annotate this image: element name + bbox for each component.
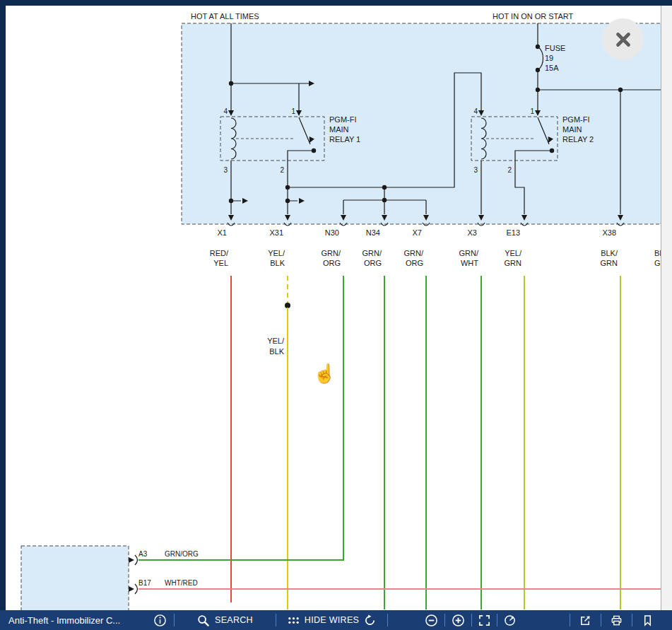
connector-id: X31 — [269, 228, 283, 237]
wire-label: WHT — [461, 259, 478, 267]
unit-pin-id: B17 — [138, 579, 151, 587]
wire-label: GRN — [505, 259, 522, 267]
splice-dot — [285, 303, 290, 308]
toolbar-separator — [497, 614, 497, 626]
print-icon[interactable] — [611, 614, 623, 626]
relay-1-name-line3: RELAY 1 — [329, 135, 360, 144]
bookmark-icon[interactable] — [642, 614, 654, 626]
wire-label: YEL — [213, 259, 228, 267]
relay-1-pin-4: 4 — [223, 107, 228, 115]
control-unit-box[interactable] — [21, 546, 129, 610]
connector-id: N34 — [366, 228, 380, 237]
refresh-icon[interactable] — [364, 614, 376, 626]
search-icon — [197, 614, 209, 626]
relay-2-box[interactable] — [471, 117, 558, 161]
wire-label: ORG — [406, 259, 423, 267]
toolbar-separator — [632, 614, 632, 626]
power-label-left: HOT AT ALL TIMES — [191, 12, 259, 21]
power-label-right: HOT IN ON OR START — [493, 12, 574, 21]
toolbar-separator — [471, 614, 472, 626]
wire-label: GRN/ — [404, 249, 424, 257]
connector-id: X1 — [218, 228, 227, 237]
relay-1-name-line1: PGM-FI — [329, 115, 357, 124]
connector-id: N30 — [325, 228, 339, 237]
relay-1-name-line2: MAIN — [329, 125, 349, 134]
toolbar-separator — [444, 614, 445, 626]
fit-to-screen-icon[interactable] — [478, 614, 490, 626]
zoom-out-icon[interactable] — [425, 614, 438, 627]
connector-id: E13 — [506, 228, 520, 237]
wire-label: ORG — [364, 259, 382, 267]
connector-id: X3 — [468, 228, 477, 237]
diagram-title-section: Anti-Theft - Immobilizer C... — [0, 614, 174, 627]
scrollbar[interactable] — [661, 6, 672, 610]
center-view-icon[interactable] — [504, 614, 516, 626]
relay-2-name-line3: RELAY 2 — [562, 135, 594, 144]
relay-2-pin-4: 4 — [473, 107, 478, 115]
relay-1-pin-1: 1 — [291, 107, 295, 115]
zoom-in-icon[interactable] — [452, 614, 465, 627]
hide-wires-label: HIDE WIRES — [305, 615, 359, 625]
relay-2-pin-1: 1 — [530, 107, 534, 115]
toolbar-separator — [601, 614, 601, 626]
hide-wires-button[interactable]: HIDE WIRES — [276, 610, 387, 630]
wire-label: RED/ — [210, 249, 229, 257]
bottom-toolbar: Anti-Theft - Immobilizer C... SEARCH — [0, 610, 672, 630]
toolbar-right-actions — [570, 614, 654, 626]
open-new-window-icon[interactable] — [579, 614, 591, 626]
close-button[interactable] — [602, 18, 644, 60]
splice-wire-label: BLK — [269, 347, 284, 356]
toolbar-separator — [387, 614, 388, 626]
wire-label: GRN — [601, 259, 618, 267]
connector-id: X38 — [602, 228, 616, 237]
close-icon — [612, 28, 635, 51]
relay-2-name-line1: PGM-FI — [562, 115, 590, 124]
info-icon[interactable] — [153, 614, 167, 627]
wire-label: GRN/ — [322, 249, 341, 257]
unit-pin-wire: WHT/RED — [165, 579, 198, 587]
fuse-rating: 15A — [545, 64, 559, 72]
zoom-controls — [425, 614, 516, 627]
search-button[interactable]: SEARCH — [175, 610, 276, 630]
unit-pin-wire: GRN/ORG — [165, 550, 199, 558]
wire-label: YEL/ — [505, 249, 522, 257]
unit-pin-id: A3 — [138, 550, 148, 558]
wire-label: GRN/ — [459, 249, 479, 257]
wire-label: YEL/ — [268, 249, 285, 257]
toolbar-separator — [570, 614, 570, 626]
relay-2-name-line2: MAIN — [562, 125, 582, 134]
fuse-number: 19 — [545, 54, 553, 62]
cursor-icon: ☝ — [313, 362, 336, 385]
connector-id: X7 — [413, 228, 422, 237]
diagram-title: Anti-Theft - Immobilizer C... — [8, 615, 120, 626]
relay-1-pin-2: 2 — [280, 166, 284, 174]
wire-label: BLK/ — [601, 249, 618, 257]
hide-wires-icon — [288, 614, 300, 626]
wiring-diagram: HOT AT ALL TIMES HOT IN ON OR START — [0, 0, 672, 610]
wire-label: GRN/ — [362, 249, 382, 257]
relay-2-pin-2: 2 — [507, 166, 512, 174]
wire-label: BLK — [270, 259, 285, 267]
fuse-name: FUSE — [545, 44, 565, 52]
splice-wire-label: YEL/ — [267, 337, 285, 345]
search-label: SEARCH — [215, 615, 253, 625]
relay-2-pin-3: 3 — [473, 166, 478, 174]
wire-label: ORG — [323, 259, 341, 267]
relay-1-pin-3: 3 — [223, 166, 228, 174]
